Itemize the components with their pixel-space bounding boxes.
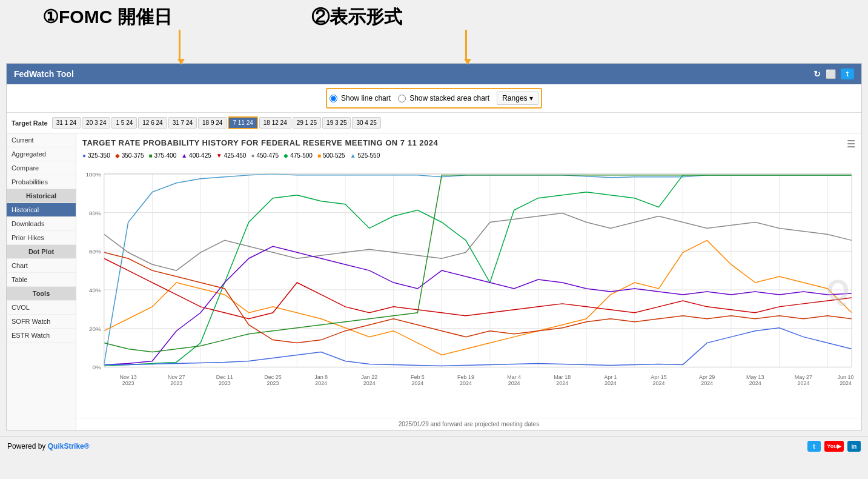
sidebar-item-estr-watch[interactable]: ESTR Watch: [7, 329, 76, 343]
legend-label-400-425: 400-425: [189, 152, 211, 159]
chart-controls: Show line chart Show stacked area chart …: [7, 84, 861, 113]
svg-text:2024: 2024: [797, 380, 809, 386]
social-icons: t You▶ in: [807, 441, 861, 452]
target-rate-label: Target Rate: [12, 119, 48, 127]
date-btn-4[interactable]: 31 7 24: [168, 117, 197, 129]
sidebar-item-compare[interactable]: Compare: [7, 161, 76, 175]
legend-item-400-425: ▲400-425: [181, 152, 211, 159]
sidebar-item-sofr-watch[interactable]: SOFR Watch: [7, 315, 76, 329]
content-area: CurrentAggregatedCompareProbabilitiesHis…: [7, 133, 861, 430]
sidebar-item-current: Current: [7, 133, 76, 147]
svg-text:Dec 25: Dec 25: [264, 374, 281, 380]
refresh-icon[interactable]: ↻: [813, 69, 821, 79]
svg-text:2024: 2024: [315, 380, 327, 386]
expand-icon[interactable]: ⬜: [826, 69, 836, 79]
legend-label-325-350: 325-350: [88, 152, 110, 159]
svg-text:May 13: May 13: [746, 374, 764, 380]
linkedin-bottom-icon[interactable]: in: [847, 441, 861, 452]
sidebar-item-prior-hikes[interactable]: Prior Hikes: [7, 231, 76, 245]
legend-icon-375-400: ■: [148, 152, 152, 159]
show-stacked-area-option[interactable]: Show stacked area chart: [398, 94, 489, 102]
youtube-bottom-icon[interactable]: You▶: [824, 441, 844, 452]
svg-text:2023: 2023: [219, 380, 231, 386]
sidebar-item-table[interactable]: Table: [7, 273, 76, 287]
date-btn-10[interactable]: 30 4 25: [352, 117, 380, 129]
svg-text:2024: 2024: [508, 380, 520, 386]
main-container: FedWatch Tool ↻ ⬜ t Show line chart Show…: [6, 63, 862, 430]
svg-text:2024: 2024: [653, 380, 665, 386]
svg-text:Apr 15: Apr 15: [651, 374, 666, 380]
show-line-chart-option[interactable]: Show line chart: [330, 94, 391, 102]
powered-by-text: Powered by: [7, 442, 45, 451]
svg-text:Nov 27: Nov 27: [168, 374, 185, 380]
date-btn-0[interactable]: 31 1 24: [52, 117, 81, 129]
chart-svg-container: Q 100% 80% 60% 40% 20% 0%: [76, 161, 861, 418]
legend-item-325-350: ●325-350: [82, 152, 110, 159]
svg-text:Dec 11: Dec 11: [216, 374, 233, 380]
svg-text:Jan 8: Jan 8: [314, 374, 328, 380]
svg-text:2024: 2024: [701, 380, 713, 386]
legend-label-450-475: 450-475: [256, 152, 279, 159]
target-rate-row: Target Rate 31 1 2420 3 241 5 2412 6 243…: [7, 113, 861, 133]
svg-text:2024: 2024: [605, 380, 617, 386]
brand-name: QuikStrike®: [48, 442, 90, 451]
sidebar-item-probabilities[interactable]: Probabilities: [7, 175, 76, 189]
chart-area: TARGET RATE PROBABILITY HISTORY FOR FEDE…: [76, 133, 861, 430]
powered-by: Powered by QuikStrike®: [7, 442, 90, 451]
svg-text:2023: 2023: [267, 380, 279, 386]
legend-item-475-500: ◆475-500: [283, 152, 313, 159]
legend-label-500-525: 500-525: [323, 152, 345, 159]
date-btn-2[interactable]: 1 5 24: [111, 117, 137, 129]
legend-item-500-525: ■500-525: [317, 152, 345, 159]
legend-icon-475-500: ◆: [283, 152, 288, 159]
sidebar-item-historical[interactable]: Historical: [7, 203, 76, 217]
legend-label-425-450: 425-450: [224, 152, 247, 159]
sidebar-item-chart[interactable]: Chart: [7, 259, 76, 273]
sidebar-item-cvol[interactable]: CVOL: [7, 301, 76, 315]
bottom-bar: Powered by QuikStrike® t You▶ in: [0, 437, 868, 455]
show-line-chart-radio[interactable]: [330, 95, 337, 102]
legend-icon-525-550: ▲: [350, 152, 356, 159]
svg-text:100%: 100%: [85, 171, 101, 178]
date-btn-9[interactable]: 19 3 25: [322, 117, 351, 129]
sidebar-item-downloads[interactable]: Downloads: [7, 217, 76, 231]
svg-text:May 27: May 27: [795, 374, 812, 380]
show-stacked-area-radio[interactable]: [398, 95, 406, 102]
svg-text:2024: 2024: [840, 380, 852, 386]
svg-text:2023: 2023: [122, 380, 134, 386]
legend-item-350-375: ◆350-375: [115, 152, 144, 159]
svg-text:20%: 20%: [89, 326, 101, 332]
legend-label-350-375: 350-375: [122, 152, 144, 159]
legend-icon-425-450: ▼: [216, 152, 222, 159]
twitter-bottom-icon[interactable]: t: [807, 441, 821, 452]
header-bar: FedWatch Tool ↻ ⬜ t: [7, 64, 861, 84]
annotation-1-label: ①FOMC 開催日: [42, 5, 172, 30]
date-btn-5[interactable]: 18 9 24: [198, 117, 227, 129]
date-btn-7[interactable]: 18 12 24: [259, 117, 291, 129]
svg-text:2023: 2023: [170, 380, 182, 386]
date-btn-8[interactable]: 29 1 25: [293, 117, 321, 129]
chart-menu-icon[interactable]: ☰: [847, 138, 855, 150]
chart-footer: 2025/01/29 and forward are projected mee…: [76, 418, 861, 430]
legend-item-450-475: ●450-475: [251, 152, 279, 159]
twitter-header-icon[interactable]: t: [841, 69, 854, 79]
svg-text:2024: 2024: [363, 380, 376, 386]
annotation-2-label: ②表示形式: [311, 5, 402, 30]
show-stacked-area-label[interactable]: Show stacked area chart: [409, 94, 489, 102]
date-btn-3[interactable]: 12 6 24: [138, 117, 167, 129]
legend-icon-400-425: ▲: [181, 152, 187, 159]
show-line-chart-label[interactable]: Show line chart: [341, 94, 391, 102]
date-btn-1[interactable]: 20 3 24: [82, 117, 110, 129]
display-controls: Show line chart Show stacked area chart …: [326, 88, 542, 109]
app-title: FedWatch Tool: [14, 69, 74, 79]
chart-legend: ●325-350◆350-375■375-400▲400-425▼425-450…: [76, 150, 861, 161]
date-btn-6[interactable]: 7 11 24: [228, 116, 257, 129]
svg-text:2024: 2024: [460, 380, 472, 386]
svg-text:2024: 2024: [556, 380, 568, 386]
sidebar-item-dot-plot: Dot Plot: [7, 245, 76, 259]
ranges-button[interactable]: Ranges ▾: [497, 92, 538, 105]
legend-icon-450-475: ●: [251, 152, 254, 159]
sidebar-item-aggregated[interactable]: Aggregated: [7, 147, 76, 161]
svg-text:40%: 40%: [89, 287, 101, 293]
svg-text:60%: 60%: [89, 248, 101, 255]
